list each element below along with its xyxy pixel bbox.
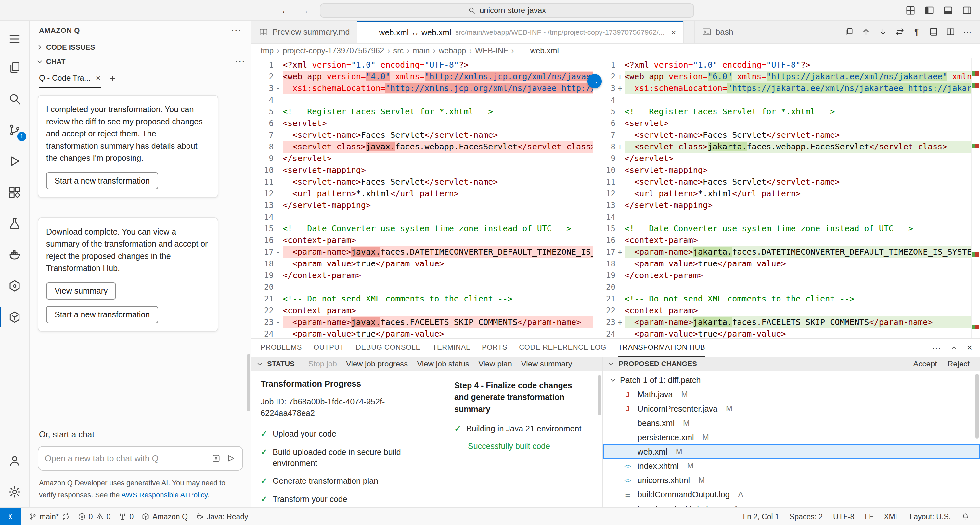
- file-tree-item[interactable]: ■transform-build-dark.svgA: [603, 502, 980, 508]
- breadcrumb-item[interactable]: project-copy-1739707567962: [283, 46, 384, 55]
- file-tree-item[interactable]: <>index.xhtmlM: [603, 459, 980, 473]
- arrow-down-action-button[interactable]: [875, 24, 890, 39]
- chat-more-icon[interactable]: ···: [235, 57, 246, 67]
- breadcrumb-item[interactable]: tmp: [261, 46, 274, 55]
- copy-action-button[interactable]: [842, 24, 856, 39]
- diff-modified-pane[interactable]: 1<?xml version="1.0" encoding="UTF-8"?>2…: [593, 58, 980, 338]
- breadcrumb-item[interactable]: webapp: [439, 46, 466, 55]
- breadcrumb-item[interactable]: WEB-INF: [475, 46, 508, 55]
- revert-block-button[interactable]: →: [587, 74, 602, 88]
- close-panel-icon[interactable]: ×: [967, 342, 972, 353]
- panel-tab-debug-console[interactable]: DEBUG CONSOLE: [356, 339, 421, 357]
- stop-job-action[interactable]: Stop job: [309, 359, 337, 368]
- problems-status[interactable]: 00: [74, 508, 115, 525]
- book-action-button[interactable]: [926, 24, 941, 39]
- pilcrow-action-button[interactable]: ¶: [909, 24, 924, 39]
- swap-action-button[interactable]: [892, 24, 907, 39]
- chevron-down-icon[interactable]: [607, 360, 616, 368]
- branch-status[interactable]: main*: [25, 508, 74, 525]
- chevron-down-icon[interactable]: [255, 360, 264, 368]
- activity-search-button[interactable]: [0, 83, 30, 115]
- reject-changes-button[interactable]: Reject: [948, 359, 970, 368]
- section-chat[interactable]: CHAT ···: [30, 54, 251, 69]
- activity-accounts-button[interactable]: [0, 445, 30, 476]
- activity-source-control-button[interactable]: 1: [0, 115, 30, 146]
- command-center-search[interactable]: unicorn-store-javax: [320, 3, 694, 18]
- editor-tab[interactable]: bash: [694, 21, 741, 43]
- statusbar-xml[interactable]: XML: [879, 512, 904, 521]
- responsible-ai-policy-link[interactable]: AWS Responsible AI Policy: [121, 491, 207, 499]
- panel-right-icon[interactable]: [962, 5, 972, 16]
- back-button[interactable]: ←: [281, 5, 291, 16]
- close-chat-tab-icon[interactable]: ×: [96, 73, 101, 83]
- activity-settings-button[interactable]: [0, 476, 30, 508]
- activity-explorer-button[interactable]: [0, 52, 30, 83]
- sidebar-more-icon[interactable]: ···: [231, 25, 242, 36]
- view-plan-action[interactable]: View plan: [478, 359, 512, 368]
- chat-tab[interactable]: Q - Code Tra... ×: [39, 69, 101, 88]
- breadcrumb-item[interactable]: main: [413, 46, 430, 55]
- statusbar-spaces-2[interactable]: Spaces: 2: [784, 512, 828, 521]
- panel-tab-output[interactable]: OUTPUT: [313, 339, 344, 357]
- panel-tab-code-reference-log[interactable]: CODE REFERENCE LOG: [519, 339, 606, 357]
- activity-aws-button[interactable]: [0, 270, 30, 301]
- file-tree-item[interactable]: ≡buildCommandOutput.logA: [603, 487, 980, 502]
- arrow-up-action-button[interactable]: [859, 24, 873, 39]
- view-summary-button[interactable]: View summary: [46, 282, 116, 299]
- panel-bottom-icon[interactable]: [943, 5, 953, 16]
- file-tree-item[interactable]: JUnicornPresenter.javaM: [603, 401, 980, 416]
- amazon-q-status[interactable]: Amazon Q: [137, 508, 192, 525]
- file-tree-item[interactable]: persistence.xmlM: [603, 430, 980, 444]
- ports-status[interactable]: 0: [115, 508, 137, 525]
- file-tree-item[interactable]: beans.xmlM: [603, 416, 980, 430]
- statusbar-utf-8[interactable]: UTF-8: [828, 512, 859, 521]
- activity-run-debug-button[interactable]: [0, 146, 30, 177]
- section-code-issues[interactable]: CODE ISSUES: [30, 40, 251, 54]
- panel-tab-ports[interactable]: PORTS: [482, 339, 507, 357]
- patch-root-item[interactable]: Patch 1 of 1: diff.patch: [603, 373, 980, 387]
- editor-tab[interactable]: web.xml ↔ web.xmlsrc/main/webapp/WEB-INF…: [358, 21, 684, 43]
- breadcrumb-item[interactable]: web.xml: [517, 46, 559, 55]
- forward-button[interactable]: →: [299, 5, 309, 16]
- panel-tab-terminal[interactable]: TERMINAL: [433, 339, 470, 357]
- split-action-button[interactable]: [943, 24, 958, 39]
- statusbar-layout-u-s-[interactable]: Layout: U.S.: [904, 512, 956, 521]
- panel-left-icon[interactable]: [924, 5, 934, 16]
- more-action-button[interactable]: ···: [960, 24, 975, 39]
- editor-tab[interactable]: Preview summary.md: [251, 21, 358, 43]
- view-summary-action[interactable]: View summary: [521, 359, 572, 368]
- statusbar-lf[interactable]: LF: [859, 512, 879, 521]
- send-icon[interactable]: [226, 453, 236, 463]
- sidebar-scrollbar[interactable]: [247, 354, 250, 411]
- panel-tab-transformation-hub[interactable]: TRANSFORMATION HUB: [618, 339, 705, 357]
- activity-docker-button[interactable]: [0, 239, 30, 270]
- panel-tab-problems[interactable]: PROBLEMS: [261, 339, 302, 357]
- maximize-panel-icon[interactable]: [950, 343, 959, 352]
- activity-menu-button[interactable]: [0, 26, 30, 52]
- chat-input[interactable]: [45, 453, 206, 464]
- activity-testing-button[interactable]: [0, 208, 30, 239]
- breadcrumb-item[interactable]: src: [393, 46, 404, 55]
- activity-extensions-button[interactable]: [0, 177, 30, 208]
- start-a-new-transformation-button[interactable]: Start a new transformation: [46, 172, 158, 189]
- attach-icon[interactable]: [211, 453, 221, 463]
- panel-more-icon[interactable]: ···: [932, 342, 941, 353]
- layout-grid-icon[interactable]: [905, 5, 916, 16]
- notifications-bell[interactable]: [956, 512, 975, 521]
- java-status[interactable]: Java: Ready: [192, 508, 252, 525]
- file-tree-item[interactable]: JMath.javaM: [603, 387, 980, 401]
- close-tab-icon[interactable]: ×: [671, 28, 676, 38]
- view-job-status-action[interactable]: View job status: [417, 359, 469, 368]
- accept-changes-button[interactable]: Accept: [913, 359, 937, 368]
- diff-original-pane[interactable]: 1<?xml version="1.0" encoding="UTF-8"?>2…: [251, 58, 593, 338]
- view-job-progress-action[interactable]: View job progress: [346, 359, 408, 368]
- start-a-new-transformation-button[interactable]: Start a new transformation: [46, 306, 158, 323]
- status-scrollbar[interactable]: [598, 375, 601, 415]
- statusbar-ln-2-col-1[interactable]: Ln 2, Col 1: [738, 512, 784, 521]
- file-tree-item[interactable]: web.xmlM: [603, 444, 980, 459]
- tree-scrollbar[interactable]: [975, 374, 979, 439]
- new-chat-tab-button[interactable]: +: [110, 73, 116, 84]
- file-tree-item[interactable]: <>unicorns.xhtmlM: [603, 473, 980, 487]
- remote-indicator[interactable]: [0, 508, 21, 525]
- activity-amazon-q-button[interactable]: [0, 301, 30, 332]
